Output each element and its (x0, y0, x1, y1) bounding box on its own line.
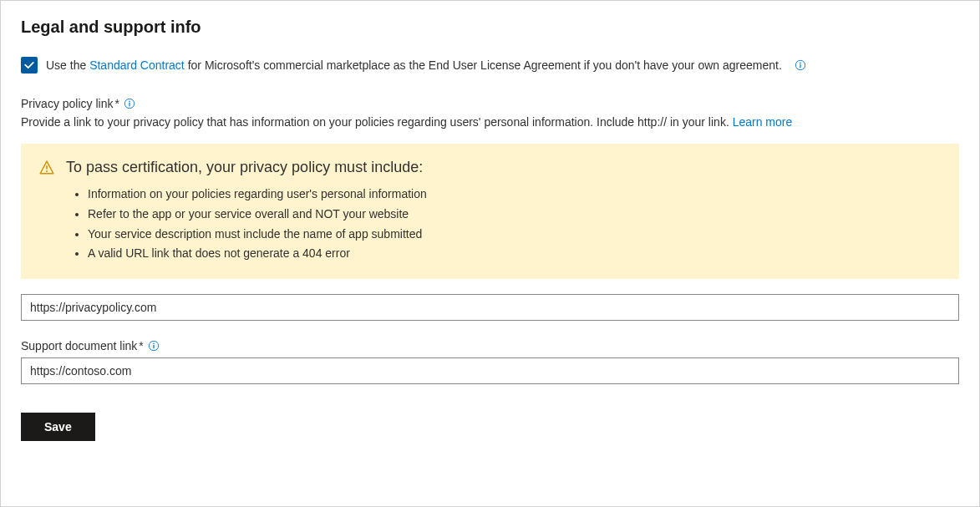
info-icon[interactable] (794, 58, 807, 72)
save-button[interactable]: Save (21, 413, 95, 441)
standard-contract-link[interactable]: Standard Contract (89, 58, 185, 72)
svg-point-7 (46, 170, 48, 171)
required-indicator: * (139, 339, 143, 352)
privacy-label-text: Privacy policy link (21, 97, 113, 110)
page-title: Legal and support info (21, 18, 959, 37)
support-document-label: Support document link* (21, 339, 959, 352)
svg-rect-6 (46, 165, 48, 170)
warning-item: Refer to the app or your service overall… (88, 205, 941, 225)
svg-rect-5 (129, 103, 129, 106)
learn-more-link[interactable]: Learn more (733, 115, 793, 129)
standard-contract-checkbox[interactable] (21, 57, 38, 74)
svg-point-1 (800, 63, 801, 64)
svg-rect-10 (153, 345, 154, 348)
svg-point-4 (129, 101, 130, 103)
checkbox-prefix: Use the (46, 58, 89, 72)
warning-title: To pass certification, your privacy poli… (66, 159, 423, 176)
support-document-input[interactable] (21, 357, 959, 384)
legal-support-panel: Legal and support info Use the Standard … (0, 0, 980, 507)
privacy-policy-input[interactable] (21, 294, 959, 321)
info-icon[interactable] (123, 97, 136, 110)
warning-list: Information on your policies regarding u… (39, 185, 941, 264)
warning-item: A valid URL link that does not generate … (88, 244, 941, 264)
warning-item: Information on your policies regarding u… (88, 185, 941, 205)
svg-rect-2 (800, 64, 800, 68)
checkbox-suffix: for Microsoft's commercial marketplace a… (185, 58, 782, 72)
warning-icon (39, 160, 54, 175)
support-label-text: Support document link (21, 339, 137, 352)
warning-header: To pass certification, your privacy poli… (39, 159, 941, 176)
certification-warning-box: To pass certification, your privacy poli… (21, 144, 959, 279)
required-indicator: * (114, 97, 119, 110)
svg-point-9 (153, 343, 155, 345)
warning-item: Your service description must include th… (88, 225, 941, 245)
standard-contract-row: Use the Standard Contract for Microsoft'… (21, 57, 959, 74)
standard-contract-label: Use the Standard Contract for Microsoft'… (46, 58, 782, 72)
check-icon (23, 59, 35, 71)
privacy-help-text: Provide a link to your privacy policy th… (21, 115, 959, 129)
privacy-help-prefix: Provide a link to your privacy policy th… (21, 115, 733, 129)
info-icon[interactable] (147, 339, 160, 352)
privacy-policy-label: Privacy policy link* (21, 97, 959, 110)
